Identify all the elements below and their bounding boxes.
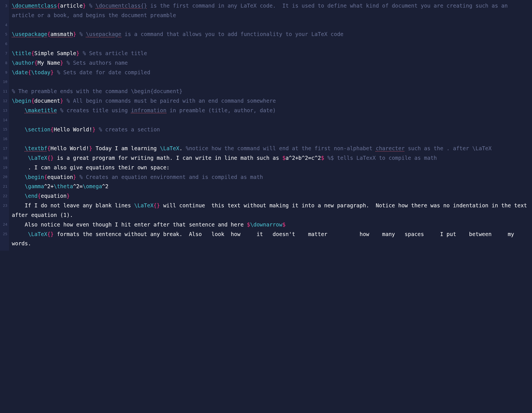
token-txt: Today I am learning (92, 145, 160, 151)
token-txt: formats the sentence without any break. … (12, 231, 527, 247)
line-number: 19 (0, 163, 9, 172)
token-cmd: \textbf (25, 145, 47, 151)
token-txt (79, 50, 82, 56)
line-number: 11 (0, 87, 9, 96)
token-brace: { (31, 98, 34, 104)
token-math: a^2+b^2=c^2 (285, 155, 321, 161)
token-arg: Simple Sample (34, 50, 76, 56)
token-brace: {} (47, 155, 54, 161)
token-com: % Sets article title (83, 50, 147, 56)
token-mcmd: \omega (83, 183, 102, 189)
token-com: \documentclass{} (95, 3, 147, 9)
token-txt (86, 3, 89, 9)
code-line[interactable]: \LaTeX{} is a great program for writing … (12, 153, 530, 163)
token-com: % (79, 31, 86, 37)
token-brace: } (89, 145, 92, 151)
code-line[interactable] (12, 20, 530, 30)
code-line[interactable]: \begin{document} % All begin commands mu… (12, 96, 530, 106)
line-number: 25 (0, 229, 9, 239)
token-txt (95, 126, 99, 133)
code-line[interactable] (12, 134, 530, 144)
token-arg: article (60, 3, 83, 9)
code-line[interactable]: \begin{equation} % Creates an equation e… (12, 172, 530, 182)
line-number: 8 (0, 58, 9, 68)
token-cmd: \documentclass (12, 3, 57, 9)
token-brace: } (76, 50, 79, 56)
token-com: %$ tells LaTexX to compile as math (327, 155, 437, 161)
token-cmd: \author (12, 60, 34, 66)
token-brace: { (38, 193, 41, 199)
line-number: 23 (0, 201, 9, 210)
line-number: 16 (0, 134, 9, 144)
token-com: % Sets authors name (67, 60, 128, 66)
line-number: 22 (0, 191, 9, 201)
code-line[interactable]: \LaTeX{} formats the sentence without an… (12, 230, 530, 249)
token-arg: Hello World! (54, 126, 92, 133)
line-number: 9 (0, 68, 9, 77)
line-number: 5 (0, 30, 9, 39)
token-com: in preamble (title, author, date) (166, 107, 276, 113)
line-number (0, 210, 9, 220)
code-line[interactable] (12, 115, 530, 125)
token-brace: { (57, 3, 60, 9)
token-com: % Sets date for date compiled (57, 69, 150, 75)
token-cmd: \maketitle (25, 107, 57, 113)
token-arg: equation (47, 174, 73, 180)
line-number: 24 (0, 220, 9, 229)
code-line[interactable]: % The preamble ends with the command \be… (12, 87, 530, 96)
token-com: % creates a section (99, 126, 160, 133)
token-dollar: $ (282, 221, 285, 228)
code-line[interactable]: \usepackage{amsmath} % \usepackage is a … (12, 30, 530, 39)
token-cmd: \LaTeX (28, 231, 47, 237)
code-line[interactable]: If I do not leave any blank lines \LaTeX… (12, 201, 530, 220)
line-number: 12 (0, 96, 9, 106)
token-com: %notice how the command will end at the … (186, 145, 376, 151)
token-txt (76, 174, 79, 180)
line-number (0, 239, 9, 248)
code-line[interactable]: \author{My Name} % Sets authors name (12, 58, 530, 68)
token-cmd: \today (31, 69, 51, 75)
code-editor-content[interactable]: \documentclass{article} % \documentclass… (9, 0, 532, 251)
line-number: 21 (0, 182, 9, 191)
code-line[interactable]: \gamma^2+\theta^2=\omega^2 (12, 182, 530, 191)
token-brace: {} (47, 231, 54, 237)
token-math: ^2= (73, 183, 82, 189)
token-com: charecter (376, 145, 405, 151)
line-number: 6 (0, 39, 9, 49)
line-number: 13 (0, 106, 9, 115)
token-com: % All begin commands must be paired with… (67, 98, 276, 104)
token-brace: { (31, 50, 34, 56)
token-com: % (89, 3, 96, 9)
code-line[interactable]: \section{Hello World!} % creates a secti… (12, 125, 530, 134)
token-txt: . I can also give equations their own sp… (25, 164, 173, 170)
code-line[interactable]: \maketitle % creates title using infroma… (12, 106, 530, 115)
token-brace: { (47, 31, 50, 37)
token-brace: { (28, 69, 31, 75)
code-line[interactable] (12, 39, 530, 49)
token-brace: { (44, 174, 47, 180)
code-line[interactable]: . I can also give equations their own sp… (12, 163, 530, 172)
token-txt (76, 31, 79, 37)
code-line[interactable]: \textbf{Hello World!} Today I am learnin… (12, 144, 530, 153)
token-txt: is a great program for writing math. I c… (54, 155, 282, 161)
code-line[interactable]: \end{equation} (12, 191, 530, 201)
token-com: \usepackage (86, 31, 121, 37)
line-number: 20 (0, 172, 9, 182)
token-brace: } (92, 126, 95, 133)
token-dollar: $ (282, 155, 285, 161)
code-line[interactable]: \documentclass{article} % \documentclass… (12, 1, 530, 20)
code-line[interactable]: \date{\today} % Sets date for date compi… (12, 68, 530, 77)
token-math: ^2 (102, 183, 108, 189)
token-cmd: \usepackage (12, 31, 47, 37)
code-line[interactable]: \title{Simple Sample} % Sets article tit… (12, 49, 530, 58)
code-line[interactable]: Also notice how even though I hit enter … (12, 220, 530, 230)
token-txt (57, 107, 60, 113)
line-number: 7 (0, 49, 9, 58)
token-cmd: \begin (12, 98, 31, 104)
token-dollar: $ (247, 221, 250, 228)
token-arg: amsmath (50, 31, 73, 37)
token-brace: } (73, 31, 76, 37)
line-number (0, 11, 9, 20)
code-line[interactable] (12, 77, 530, 87)
line-number: 10 (0, 77, 9, 87)
